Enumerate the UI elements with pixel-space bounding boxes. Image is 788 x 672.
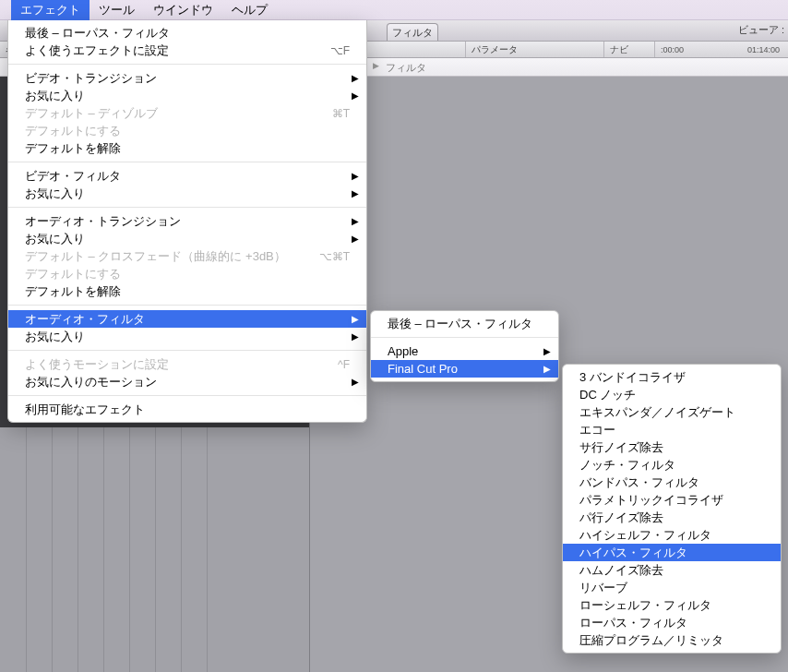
menu-separator — [8, 395, 366, 396]
menu-clear-default-vt[interactable]: デフォルトを解除 — [8, 139, 366, 157]
menubar-tool[interactable]: ツール — [90, 0, 144, 20]
menu-default-crossfade: デフォルト – クロスフェード（曲線的に +3dB）⌥⌘T — [8, 247, 366, 265]
menu-audio-filter[interactable]: オーディオ・フィルタ▶ — [8, 310, 366, 328]
filter-row-label: フィルタ — [386, 61, 426, 75]
filter-item[interactable]: パラメトリックイコライザ — [563, 491, 781, 509]
menu-set-default-at: デフォルトにする — [8, 265, 366, 282]
filter-item[interactable]: サ行ノイズ除去 — [563, 438, 781, 456]
filter-item[interactable]: パ行ノイズ除去 — [563, 509, 781, 526]
filter-item[interactable]: 3 バンドイコライザ — [563, 368, 781, 386]
menubar-window[interactable]: ウインドウ — [144, 0, 222, 20]
filter-item[interactable]: エキスパンダ／ノイズゲート — [563, 403, 781, 421]
submenu-apple[interactable]: Apple▶ — [371, 342, 558, 360]
submenu-arrow-icon: ▶ — [352, 234, 359, 244]
shortcut-label: ⌥F — [330, 44, 350, 57]
filter-item[interactable]: 圧縮プログラム／リミッタ — [563, 631, 781, 649]
filter-item[interactable]: ノッチ・フィルタ — [563, 456, 781, 474]
menu-separator — [8, 207, 366, 208]
submenu-arrow-icon: ▶ — [543, 364, 551, 374]
menu-separator — [8, 350, 366, 351]
submenu-arrow-icon: ▶ — [543, 346, 551, 356]
submenu-arrow-icon: ▶ — [352, 314, 359, 324]
submenu-arrow-icon: ▶ — [352, 171, 359, 181]
submenu-arrow-icon: ▶ — [352, 188, 359, 198]
filter-item[interactable]: エコー — [563, 421, 781, 438]
submenu-arrow-icon: ▶ — [352, 90, 359, 101]
menu-favorites-vt[interactable]: お気に入り▶ — [8, 87, 366, 104]
submenu-final-cut-pro[interactable]: Final Cut Pro▶ — [371, 360, 558, 378]
menubar-help[interactable]: ヘルプ — [222, 0, 277, 20]
menu-separator — [8, 64, 366, 65]
submenu-arrow-icon: ▶ — [352, 377, 359, 387]
menu-favorites-af[interactable]: お気に入り▶ — [8, 328, 366, 345]
menu-video-filter[interactable]: ビデオ・フィルタ▶ — [8, 167, 366, 185]
menu-last-effect[interactable]: 最後 – ローパス・フィルタ — [8, 24, 366, 42]
shortcut-label: ⌘T — [332, 107, 350, 120]
filter-item[interactable]: ハムノイズ除去 — [563, 561, 781, 579]
submenu-arrow-icon: ▶ — [352, 331, 359, 342]
filter-item[interactable]: ハイシェルフ・フィルタ — [563, 526, 781, 544]
menubar: エフェクト ツール ウインドウ ヘルプ — [0, 0, 788, 20]
filter-item[interactable]: ローパス・フィルタ — [563, 614, 781, 631]
menu-available-effects[interactable]: 利用可能なエフェクト — [8, 401, 366, 418]
menu-video-transition[interactable]: ビデオ・トランジション▶ — [8, 69, 366, 87]
menu-favorites-vf[interactable]: お気に入り▶ — [8, 185, 366, 202]
final-cut-pro-submenu: 3 バンドイコライザDC ノッチエキスパンダ／ノイズゲートエコーサ行ノイズ除去ノ… — [562, 364, 782, 654]
menu-default-dissolve: デフォルト – ディゾルブ⌘T — [8, 104, 366, 122]
col-parameter[interactable]: パラメータ — [466, 42, 604, 57]
menu-separator — [8, 162, 366, 162]
filter-item[interactable]: ハイパス・フィルタ — [563, 544, 781, 561]
filter-item[interactable]: DC ノッチ — [563, 386, 781, 403]
menu-separator — [8, 305, 366, 306]
menu-separator — [371, 337, 558, 338]
menu-audio-transition[interactable]: オーディオ・トランジション▶ — [8, 212, 366, 230]
menu-set-favorite[interactable]: よく使うエフェクトに設定⌥F — [8, 42, 366, 59]
audio-filter-submenu: 最後 – ローパス・フィルタ Apple▶ Final Cut Pro▶ — [370, 310, 559, 382]
disclosure-arrow-icon[interactable]: ▶ — [373, 61, 379, 70]
filter-item[interactable]: リバーブ — [563, 579, 781, 596]
filter-item[interactable]: ローシェルフ・フィルタ — [563, 596, 781, 614]
menu-favorite-motion[interactable]: お気に入りのモーション▶ — [8, 373, 366, 390]
timecode-start: :00:00 — [661, 45, 684, 54]
timecode-later: 01:14:00 — [747, 45, 780, 54]
filter-item[interactable]: バンドパス・フィルタ — [563, 474, 781, 491]
submenu-last-effect[interactable]: 最後 – ローパス・フィルタ — [371, 315, 558, 332]
menu-set-motion-favorite: よく使うモーションに設定^F — [8, 355, 366, 373]
track-columns — [0, 427, 309, 672]
shortcut-label: ⌥⌘T — [319, 250, 350, 263]
tab-filter[interactable]: フィルタ — [387, 23, 438, 41]
menu-favorites-at[interactable]: お気に入り▶ — [8, 230, 366, 247]
shortcut-label: ^F — [338, 358, 350, 371]
menu-set-default-vt: デフォルトにする — [8, 122, 366, 139]
menubar-effect[interactable]: エフェクト — [11, 0, 90, 20]
col-nav[interactable]: ナビ — [604, 42, 655, 57]
menu-clear-default-at[interactable]: デフォルトを解除 — [8, 282, 366, 300]
timeline-ruler: :00:00 01:14:00 — [655, 42, 788, 58]
viewer-label: ビューア : — [738, 23, 784, 37]
effect-menu: 最後 – ローパス・フィルタ よく使うエフェクトに設定⌥F ビデオ・トランジショ… — [7, 20, 367, 423]
submenu-arrow-icon: ▶ — [352, 216, 359, 226]
submenu-arrow-icon: ▶ — [352, 73, 359, 83]
